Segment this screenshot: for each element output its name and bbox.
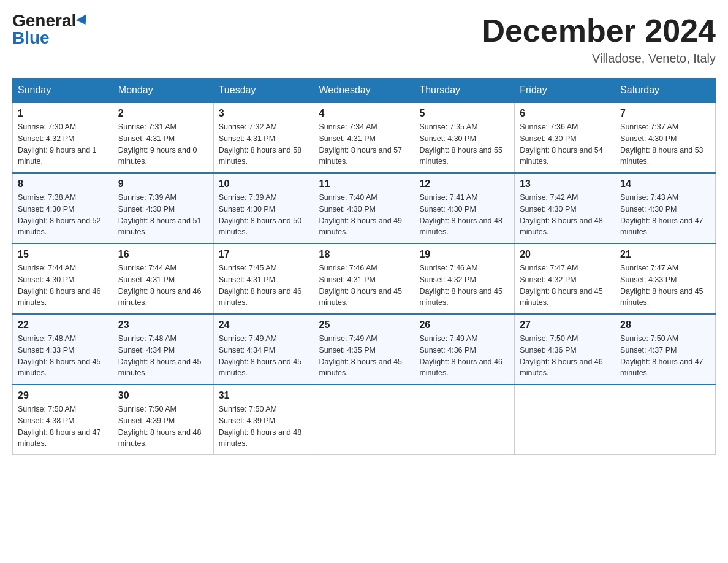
- day-number: 28: [620, 320, 710, 331]
- calendar-week-row: 8 Sunrise: 7:38 AM Sunset: 4:30 PM Dayli…: [13, 173, 716, 243]
- calendar-cell: 1 Sunrise: 7:30 AM Sunset: 4:32 PM Dayli…: [13, 102, 113, 173]
- page-header: General Blue December 2024 Villadose, Ve…: [12, 12, 716, 66]
- day-number: 15: [18, 249, 108, 260]
- calendar-cell: [515, 385, 615, 455]
- day-info: Sunrise: 7:47 AM Sunset: 4:33 PM Dayligh…: [620, 262, 710, 308]
- calendar-week-row: 15 Sunrise: 7:44 AM Sunset: 4:30 PM Dayl…: [13, 243, 716, 314]
- calendar-cell: 15 Sunrise: 7:44 AM Sunset: 4:30 PM Dayl…: [13, 243, 113, 314]
- calendar-cell: 22 Sunrise: 7:48 AM Sunset: 4:33 PM Dayl…: [13, 314, 113, 385]
- logo-triangle-icon: [76, 14, 91, 28]
- day-number: 2: [118, 108, 208, 119]
- calendar-cell: 3 Sunrise: 7:32 AM Sunset: 4:31 PM Dayli…: [213, 102, 314, 173]
- day-info: Sunrise: 7:38 AM Sunset: 4:30 PM Dayligh…: [18, 192, 108, 238]
- day-info: Sunrise: 7:40 AM Sunset: 4:30 PM Dayligh…: [319, 192, 409, 238]
- day-info: Sunrise: 7:50 AM Sunset: 4:39 PM Dayligh…: [219, 404, 309, 450]
- day-info: Sunrise: 7:47 AM Sunset: 4:32 PM Dayligh…: [520, 262, 610, 308]
- day-info: Sunrise: 7:31 AM Sunset: 4:31 PM Dayligh…: [118, 121, 208, 167]
- day-number: 9: [118, 178, 208, 190]
- day-number: 6: [520, 108, 610, 119]
- calendar-cell: 2 Sunrise: 7:31 AM Sunset: 4:31 PM Dayli…: [113, 102, 213, 173]
- calendar-cell: 16 Sunrise: 7:44 AM Sunset: 4:31 PM Dayl…: [113, 243, 213, 314]
- day-number: 1: [18, 108, 108, 119]
- day-number: 26: [419, 320, 509, 331]
- day-info: Sunrise: 7:48 AM Sunset: 4:33 PM Dayligh…: [18, 333, 108, 379]
- day-info: Sunrise: 7:34 AM Sunset: 4:31 PM Dayligh…: [319, 121, 409, 167]
- day-info: Sunrise: 7:46 AM Sunset: 4:31 PM Dayligh…: [319, 262, 409, 308]
- calendar-cell: 30 Sunrise: 7:50 AM Sunset: 4:39 PM Dayl…: [113, 385, 213, 455]
- column-header-tuesday: Tuesday: [213, 79, 314, 103]
- day-info: Sunrise: 7:39 AM Sunset: 4:30 PM Dayligh…: [118, 192, 208, 238]
- day-info: Sunrise: 7:39 AM Sunset: 4:30 PM Dayligh…: [219, 192, 309, 238]
- calendar-cell: 21 Sunrise: 7:47 AM Sunset: 4:33 PM Dayl…: [615, 243, 716, 314]
- calendar-cell: 13 Sunrise: 7:42 AM Sunset: 4:30 PM Dayl…: [515, 173, 615, 243]
- calendar-week-row: 1 Sunrise: 7:30 AM Sunset: 4:32 PM Dayli…: [13, 102, 716, 173]
- title-area: December 2024 Villadose, Veneto, Italy: [482, 12, 716, 66]
- day-info: Sunrise: 7:50 AM Sunset: 4:39 PM Dayligh…: [118, 404, 208, 450]
- calendar-cell: [414, 385, 515, 455]
- calendar-table: SundayMondayTuesdayWednesdayThursdayFrid…: [12, 78, 716, 455]
- calendar-cell: [615, 385, 716, 455]
- day-info: Sunrise: 7:43 AM Sunset: 4:30 PM Dayligh…: [620, 192, 710, 238]
- calendar-cell: 24 Sunrise: 7:49 AM Sunset: 4:34 PM Dayl…: [213, 314, 314, 385]
- day-number: 7: [620, 108, 710, 119]
- location-subtitle: Villadose, Veneto, Italy: [482, 52, 716, 66]
- calendar-cell: 9 Sunrise: 7:39 AM Sunset: 4:30 PM Dayli…: [113, 173, 213, 243]
- column-header-thursday: Thursday: [414, 79, 515, 103]
- calendar-cell: 23 Sunrise: 7:48 AM Sunset: 4:34 PM Dayl…: [113, 314, 213, 385]
- day-info: Sunrise: 7:50 AM Sunset: 4:36 PM Dayligh…: [520, 333, 610, 379]
- calendar-cell: 6 Sunrise: 7:36 AM Sunset: 4:30 PM Dayli…: [515, 102, 615, 173]
- calendar-cell: 27 Sunrise: 7:50 AM Sunset: 4:36 PM Dayl…: [515, 314, 615, 385]
- day-info: Sunrise: 7:49 AM Sunset: 4:36 PM Dayligh…: [419, 333, 509, 379]
- calendar-cell: 19 Sunrise: 7:46 AM Sunset: 4:32 PM Dayl…: [414, 243, 515, 314]
- day-number: 22: [18, 320, 108, 331]
- day-number: 24: [219, 320, 309, 331]
- calendar-week-row: 22 Sunrise: 7:48 AM Sunset: 4:33 PM Dayl…: [13, 314, 716, 385]
- day-number: 30: [118, 390, 208, 401]
- day-info: Sunrise: 7:44 AM Sunset: 4:31 PM Dayligh…: [118, 262, 208, 308]
- column-header-sunday: Sunday: [13, 79, 113, 103]
- day-info: Sunrise: 7:41 AM Sunset: 4:30 PM Dayligh…: [419, 192, 509, 238]
- day-number: 14: [620, 178, 710, 190]
- day-number: 18: [319, 249, 409, 260]
- calendar-cell: 8 Sunrise: 7:38 AM Sunset: 4:30 PM Dayli…: [13, 173, 113, 243]
- calendar-cell: 12 Sunrise: 7:41 AM Sunset: 4:30 PM Dayl…: [414, 173, 515, 243]
- day-number: 11: [319, 178, 409, 190]
- column-header-wednesday: Wednesday: [314, 79, 414, 103]
- day-info: Sunrise: 7:49 AM Sunset: 4:35 PM Dayligh…: [319, 333, 409, 379]
- calendar-header-row: SundayMondayTuesdayWednesdayThursdayFrid…: [13, 79, 716, 103]
- day-info: Sunrise: 7:42 AM Sunset: 4:30 PM Dayligh…: [520, 192, 610, 238]
- calendar-cell: 29 Sunrise: 7:50 AM Sunset: 4:38 PM Dayl…: [13, 385, 113, 455]
- logo-general-text: General: [12, 12, 76, 29]
- day-number: 8: [18, 178, 108, 190]
- day-number: 27: [520, 320, 610, 331]
- calendar-cell: 31 Sunrise: 7:50 AM Sunset: 4:39 PM Dayl…: [213, 385, 314, 455]
- day-info: Sunrise: 7:32 AM Sunset: 4:31 PM Dayligh…: [219, 121, 309, 167]
- calendar-cell: 14 Sunrise: 7:43 AM Sunset: 4:30 PM Dayl…: [615, 173, 716, 243]
- day-number: 10: [219, 178, 309, 190]
- calendar-cell: 26 Sunrise: 7:49 AM Sunset: 4:36 PM Dayl…: [414, 314, 515, 385]
- column-header-monday: Monday: [113, 79, 213, 103]
- day-number: 17: [219, 249, 309, 260]
- day-number: 4: [319, 108, 409, 119]
- logo: General Blue: [12, 12, 89, 47]
- day-info: Sunrise: 7:48 AM Sunset: 4:34 PM Dayligh…: [118, 333, 208, 379]
- calendar-cell: 18 Sunrise: 7:46 AM Sunset: 4:31 PM Dayl…: [314, 243, 414, 314]
- calendar-cell: 11 Sunrise: 7:40 AM Sunset: 4:30 PM Dayl…: [314, 173, 414, 243]
- calendar-cell: 5 Sunrise: 7:35 AM Sunset: 4:30 PM Dayli…: [414, 102, 515, 173]
- day-number: 25: [319, 320, 409, 331]
- day-info: Sunrise: 7:35 AM Sunset: 4:30 PM Dayligh…: [419, 121, 509, 167]
- day-info: Sunrise: 7:30 AM Sunset: 4:32 PM Dayligh…: [18, 121, 108, 167]
- calendar-cell: [314, 385, 414, 455]
- calendar-cell: 28 Sunrise: 7:50 AM Sunset: 4:37 PM Dayl…: [615, 314, 716, 385]
- day-info: Sunrise: 7:50 AM Sunset: 4:37 PM Dayligh…: [620, 333, 710, 379]
- day-number: 21: [620, 249, 710, 260]
- day-number: 16: [118, 249, 208, 260]
- day-number: 19: [419, 249, 509, 260]
- day-info: Sunrise: 7:44 AM Sunset: 4:30 PM Dayligh…: [18, 262, 108, 308]
- day-info: Sunrise: 7:46 AM Sunset: 4:32 PM Dayligh…: [419, 262, 509, 308]
- day-number: 23: [118, 320, 208, 331]
- day-number: 29: [18, 390, 108, 401]
- day-info: Sunrise: 7:49 AM Sunset: 4:34 PM Dayligh…: [219, 333, 309, 379]
- column-header-friday: Friday: [515, 79, 615, 103]
- calendar-cell: 4 Sunrise: 7:34 AM Sunset: 4:31 PM Dayli…: [314, 102, 414, 173]
